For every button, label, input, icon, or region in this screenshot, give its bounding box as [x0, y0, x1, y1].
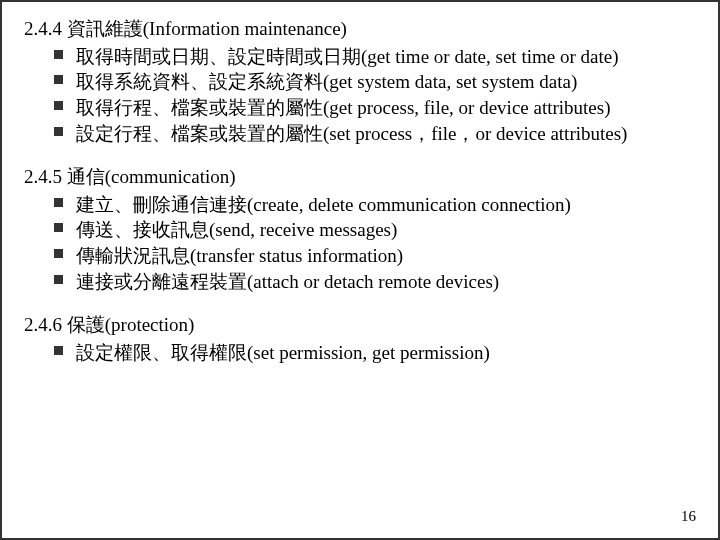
item-text: 取得時間或日期、設定時間或日期(get time or date, set ti… [76, 46, 618, 67]
bullet-icon [54, 127, 63, 136]
section-communication: 2.4.5 通信(communication) 建立、刪除通信連接(create… [24, 164, 696, 294]
list-item: 取得系統資料、設定系統資料(get system data, set syste… [54, 69, 696, 95]
list-item: 傳送、接收訊息(send, receive messages) [54, 217, 696, 243]
item-list: 取得時間或日期、設定時間或日期(get time or date, set ti… [24, 44, 696, 147]
bullet-icon [54, 50, 63, 59]
bullet-icon [54, 198, 63, 207]
item-text: 設定行程、檔案或裝置的屬性(set process，file，or device… [76, 123, 627, 144]
item-text: 連接或分離遠程裝置(attach or detach remote device… [76, 271, 499, 292]
list-item: 連接或分離遠程裝置(attach or detach remote device… [54, 269, 696, 295]
list-item: 設定權限、取得權限(set permission, get permission… [54, 340, 696, 366]
bullet-icon [54, 75, 63, 84]
section-info-maintenance: 2.4.4 資訊維護(Information maintenance) 取得時間… [24, 16, 696, 146]
section-heading: 2.4.6 保護(protection) [24, 312, 696, 338]
item-text: 傳輸狀況訊息(transfer status information) [76, 245, 403, 266]
section-heading: 2.4.5 通信(communication) [24, 164, 696, 190]
bullet-icon [54, 346, 63, 355]
item-text: 建立、刪除通信連接(create, delete communication c… [76, 194, 571, 215]
item-text: 取得行程、檔案或裝置的屬性(get process, file, or devi… [76, 97, 611, 118]
bullet-icon [54, 275, 63, 284]
list-item: 傳輸狀況訊息(transfer status information) [54, 243, 696, 269]
list-item: 建立、刪除通信連接(create, delete communication c… [54, 192, 696, 218]
item-text: 傳送、接收訊息(send, receive messages) [76, 219, 397, 240]
item-list: 建立、刪除通信連接(create, delete communication c… [24, 192, 696, 295]
list-item: 設定行程、檔案或裝置的屬性(set process，file，or device… [54, 121, 696, 147]
list-item: 取得時間或日期、設定時間或日期(get time or date, set ti… [54, 44, 696, 70]
item-text: 取得系統資料、設定系統資料(get system data, set syste… [76, 71, 577, 92]
page-number: 16 [681, 506, 696, 526]
item-text: 設定權限、取得權限(set permission, get permission… [76, 342, 490, 363]
bullet-icon [54, 101, 63, 110]
section-protection: 2.4.6 保護(protection) 設定權限、取得權限(set permi… [24, 312, 696, 365]
bullet-icon [54, 249, 63, 258]
slide: 2.4.4 資訊維護(Information maintenance) 取得時間… [0, 0, 720, 540]
section-heading: 2.4.4 資訊維護(Information maintenance) [24, 16, 696, 42]
item-list: 設定權限、取得權限(set permission, get permission… [24, 340, 696, 366]
bullet-icon [54, 223, 63, 232]
list-item: 取得行程、檔案或裝置的屬性(get process, file, or devi… [54, 95, 696, 121]
